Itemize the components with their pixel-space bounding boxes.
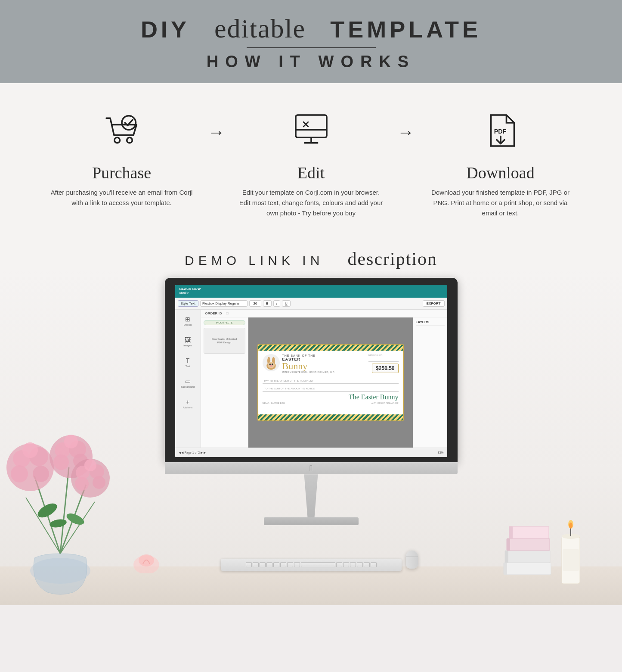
download-icon-wrapper: PDF [427, 105, 574, 156]
svg-point-27 [22, 442, 38, 458]
svg-point-40 [75, 477, 89, 491]
pdf-icon: PDF [481, 111, 520, 150]
purchase-desc: After purchasing you'll receive an email… [49, 187, 195, 208]
order-id-label: ORDER ID [205, 311, 222, 315]
bold-btn[interactable]: B [263, 300, 272, 307]
svg-text:PDF: PDF [494, 128, 506, 135]
easter-check-template: THE BANK OF THE EASTER Bunny INTERMEDIAT… [257, 344, 404, 421]
svg-rect-52 [507, 538, 510, 551]
svg-point-59 [569, 523, 572, 529]
imac-bezel: BLACK BOW studio Style Text Flexbox Disp… [165, 278, 458, 462]
download-status: Downloads: Unlimited [212, 338, 237, 340]
style-text-btn[interactable]: Style Text [178, 300, 199, 307]
sidebar-design[interactable]: ⊞ Design [180, 313, 195, 329]
sidebar-background[interactable]: ▭ Background [180, 375, 195, 391]
svg-point-17 [269, 365, 272, 367]
corjl-body: ⊞ Design 🖼 Images T Text [175, 310, 447, 448]
flower-vase-svg [0, 390, 129, 605]
page-nav-controls: ◀ ◀ Page 1 of 2 ▶ ▶ [179, 451, 206, 454]
check-bank-label: THE BANK OF THE [282, 354, 335, 357]
zoom-level: 33% [437, 451, 443, 454]
check-cursive-title: Bunny [282, 361, 335, 371]
svg-rect-50 [505, 551, 508, 563]
svg-point-42 [35, 501, 59, 520]
background-icon: ▭ [185, 378, 191, 385]
mouse [406, 551, 418, 569]
bunny-illustration [263, 355, 279, 370]
svg-point-33 [64, 435, 78, 448]
edit-desc: Edit your template on Corjl.com in your … [238, 187, 384, 218]
ribbon-svg [129, 548, 164, 573]
header-subtitle: HOW IT WORKS [9, 53, 613, 71]
order-id-value: □ [226, 311, 229, 315]
cart-icon [102, 111, 141, 150]
corjl-left-panel: INCOMPLETE Downloads: Unlimited PDF Desi… [201, 317, 248, 448]
corjl-content: INCOMPLETE Downloads: Unlimited PDF Desi… [201, 317, 447, 448]
key [280, 562, 286, 567]
corjl-ui: BLACK BOW studio Style Text Flexbox Disp… [175, 285, 447, 457]
check-signature: The Easter Bunny [263, 393, 399, 401]
download-desc: Download your finished template in PDF, … [427, 187, 574, 218]
step-edit: Edit Edit your template on Corjl.com in … [229, 105, 393, 218]
svg-point-41 [93, 476, 105, 489]
svg-line-23 [60, 502, 95, 554]
key [350, 562, 356, 567]
svg-rect-54 [509, 526, 513, 538]
svg-rect-51 [507, 538, 550, 551]
sidebar-text[interactable]: T Text [180, 355, 195, 370]
corjl-layers-panel: LAYERS [413, 317, 447, 448]
sidebar-images[interactable]: 🖼 Images [180, 334, 195, 349]
italic-btn[interactable]: I [273, 300, 280, 307]
candle-svg [553, 502, 588, 588]
svg-point-2 [127, 137, 132, 143]
edit-icon-wrapper [238, 105, 384, 156]
corjl-toolbar: Style Text Flexbox Display Regular 20 B … [175, 298, 447, 310]
key [266, 562, 272, 567]
svg-point-34 [53, 454, 69, 470]
key [253, 562, 259, 567]
step-purchase: Purchase After purchasing you'll receive… [40, 105, 204, 208]
editable-label: editable [214, 14, 306, 43]
edit-title: Edit [238, 163, 384, 182]
books-svg [501, 520, 553, 580]
header-section: DIY editable TEMPLATE HOW IT WORKS [0, 0, 622, 83]
flowers-left [0, 390, 142, 605]
diy-label: DIY [141, 16, 190, 42]
addons-label: Add-ons [183, 406, 192, 409]
bloom-3 [71, 459, 110, 498]
export-button[interactable]: EXPORT [423, 300, 445, 307]
arrow-2-icon: → [393, 122, 419, 142]
books-stack [501, 520, 553, 582]
svg-rect-3 [296, 115, 327, 137]
design-icon: ⊞ [185, 316, 190, 323]
imac-stand-base [264, 517, 359, 525]
desk-scene: BLACK BOW studio Style Text Flexbox Disp… [0, 269, 622, 605]
check-stripe-bottom [258, 414, 403, 420]
demo-section: DEMO LINK IN description [0, 236, 622, 269]
check-stripe-top [258, 345, 403, 351]
images-icon: 🖼 [185, 336, 191, 343]
page-nav: ◀ ◀ Page 1 of 2 ▶ ▶ [179, 451, 206, 454]
key [287, 562, 293, 567]
text-icon: T [186, 357, 190, 364]
font-selector[interactable]: Flexbox Display Regular [200, 300, 248, 307]
svg-rect-48 [504, 563, 507, 575]
text-label: Text [185, 365, 190, 367]
order-bar: ORDER ID □ [201, 310, 447, 317]
imac-screen: BLACK BOW studio Style Text Flexbox Disp… [175, 285, 447, 457]
sidebar-addons[interactable]: + Add-ons [180, 396, 195, 411]
keyboard [221, 559, 402, 571]
underline-btn[interactable]: U [282, 300, 291, 307]
svg-point-1 [114, 137, 120, 143]
images-label: Images [183, 344, 192, 347]
addons-icon: + [186, 398, 189, 405]
imac-monitor: BLACK BOW studio Style Text Flexbox Disp… [165, 278, 458, 525]
apple-logo-icon:  [309, 464, 313, 473]
space-key [301, 562, 335, 567]
corjl-sidebar: ⊞ Design 🖼 Images T Text [175, 310, 201, 448]
arrow-1-icon: → [204, 122, 229, 142]
step-download: PDF Download Download your finished temp… [419, 105, 582, 218]
corjl-logo: BLACK BOW studio [179, 287, 201, 295]
template-thumbnail: Downloads: Unlimited PDF Design [204, 328, 245, 354]
font-size[interactable]: 20 [249, 300, 261, 307]
